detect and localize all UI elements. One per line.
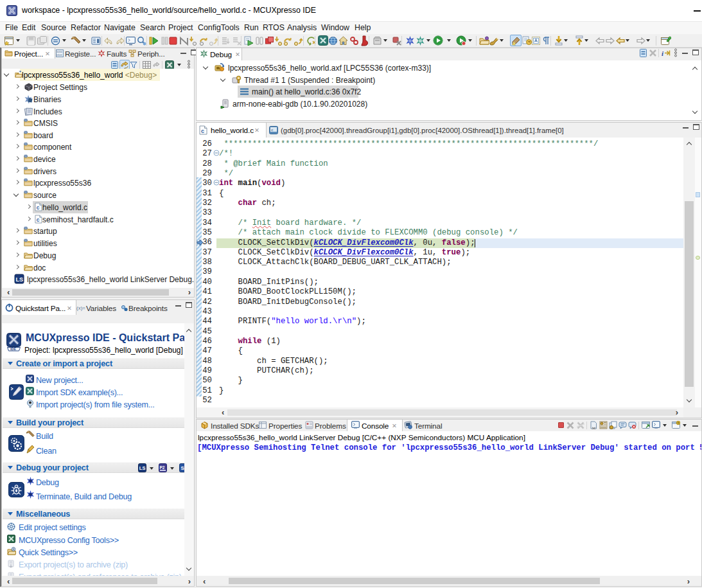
svg-text:0101: 0101 — [57, 53, 63, 57]
svg-text:c: c — [201, 128, 204, 134]
svg-text:i: i — [662, 49, 664, 57]
svg-text:LS: LS — [16, 276, 24, 283]
svg-text:LS: LS — [139, 465, 146, 471]
svg-text:c: c — [271, 128, 274, 132]
svg-text:c: c — [37, 204, 40, 211]
svg-text:IDE: IDE — [10, 347, 16, 351]
svg-text:c: c — [37, 217, 40, 223]
svg-text:(x)=: (x)= — [76, 305, 85, 311]
svg-text:P2: P2 — [160, 465, 165, 470]
